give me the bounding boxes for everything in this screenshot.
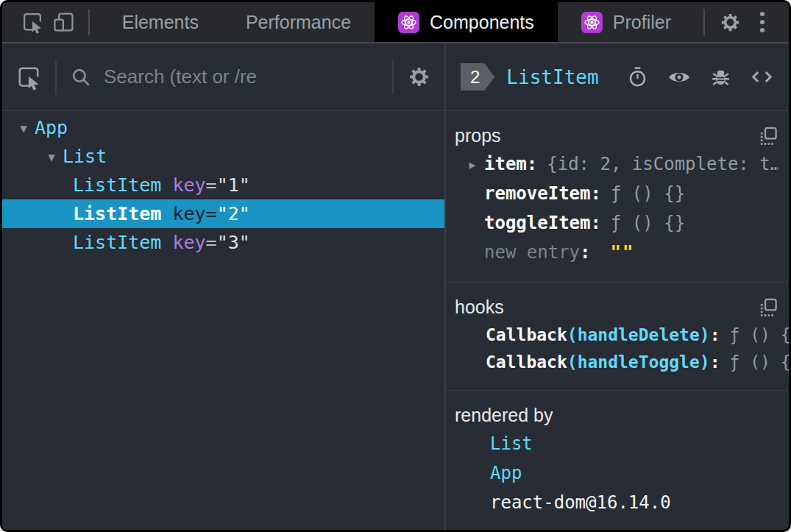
devtools-settings-button[interactable]: [714, 6, 746, 38]
view-source-button[interactable]: [750, 65, 774, 89]
toolbar-separator: [703, 9, 705, 35]
selected-index-badge: 2: [461, 63, 494, 91]
hook-type: Callback: [486, 325, 567, 344]
more-options-button[interactable]: [746, 12, 778, 32]
chevron-down-icon[interactable]: ▾: [40, 149, 63, 165]
toolbar-separator: [55, 60, 57, 94]
select-element-button[interactable]: [15, 64, 42, 91]
key-attr-value: "2": [217, 203, 250, 224]
view-source-icon: [750, 65, 774, 89]
tab-label: Elements: [122, 12, 199, 33]
devtools-tabbar: Elements Performance Components: [2, 2, 789, 43]
props-section: props: [446, 111, 789, 283]
key-attr-name: key: [172, 232, 205, 253]
equals-sign: =: [206, 232, 217, 253]
colon: :: [591, 183, 601, 204]
component-tree: ▾ App ▾ List ListItemkey="1" ListItemkey…: [2, 111, 444, 530]
inspect-element-button[interactable]: [17, 6, 48, 38]
hook-value: ƒ () {}: [730, 325, 789, 344]
prop-key: removeItem: [484, 183, 591, 204]
copy-props-button[interactable]: [759, 126, 778, 146]
tab-label: Profiler: [613, 12, 671, 33]
colon: :: [580, 242, 590, 263]
tab-label: Performance: [246, 12, 351, 33]
rendered-by-app-link[interactable]: App: [455, 458, 778, 488]
new-entry-label[interactable]: new entry: [484, 242, 580, 263]
panel-settings-button[interactable]: [407, 65, 431, 89]
prop-value: {id: 2, isComplete: t…: [547, 154, 778, 174]
device-toolbar-icon: [52, 10, 76, 34]
copy-icon: [759, 297, 778, 317]
prop-row-removeitem[interactable]: removeItem:ƒ () {}: [455, 179, 778, 208]
search-icon: [70, 66, 92, 88]
hook-value: ƒ () {}: [730, 352, 789, 372]
props-section-title: props: [455, 125, 501, 146]
eye-icon: [667, 65, 692, 90]
copy-icon: [759, 126, 778, 146]
inspect-dom-button[interactable]: [667, 65, 692, 90]
details-toolbar: 2 ListItem: [446, 43, 789, 111]
toolbar-separator: [392, 60, 394, 94]
component-details-pane: 2 ListItem: [446, 43, 789, 530]
prop-value: ƒ () {}: [611, 213, 685, 233]
copy-hooks-button[interactable]: [759, 297, 778, 317]
component-tree-pane: ▾ App ▾ List ListItemkey="1" ListItemkey…: [2, 43, 446, 530]
chevron-down-icon[interactable]: ▾: [13, 120, 35, 136]
rendered-by-list-link[interactable]: List: [455, 429, 778, 458]
rendered-by-section: rendered by List App react-dom@16.14.0: [446, 391, 789, 530]
prop-key: item: [484, 154, 527, 174]
hook-row-handletoggle[interactable]: Callback(handleToggle):ƒ () {}: [455, 348, 778, 375]
prop-key: toggleItem: [484, 213, 591, 233]
owner-link[interactable]: App: [490, 463, 522, 483]
component-name: List: [63, 146, 107, 167]
colon: :: [710, 325, 720, 344]
tab-performance[interactable]: Performance: [222, 2, 375, 42]
device-toolbar-button[interactable]: [48, 6, 79, 38]
tabbar-right-controls: [695, 6, 789, 38]
settings-gear-icon: [719, 11, 742, 34]
tree-row-listitem-3[interactable]: ListItemkey="3": [2, 228, 444, 257]
settings-gear-icon: [407, 65, 431, 89]
component-name: App: [35, 117, 68, 138]
hooks-section-title: hooks: [455, 297, 504, 318]
tab-label: Components: [430, 12, 534, 33]
new-entry-value[interactable]: "": [611, 242, 635, 263]
equals-sign: =: [206, 174, 217, 196]
key-attr-name: key: [172, 203, 205, 224]
colon: :: [710, 352, 720, 372]
colon: :: [591, 213, 601, 233]
chevron-right-icon[interactable]: ▸: [461, 157, 484, 172]
tree-row-app[interactable]: ▾ App: [2, 113, 444, 142]
details-toolbar-icons: [626, 65, 774, 90]
search-input[interactable]: [102, 65, 379, 89]
tab-elements[interactable]: Elements: [99, 2, 222, 42]
key-attr-value: "3": [217, 232, 250, 253]
tree-row-listitem-2-selected[interactable]: ListItemkey="2": [2, 199, 444, 228]
hook-name: (handleDelete): [567, 325, 710, 344]
toolbar-separator: [88, 9, 90, 35]
rendered-by-react-dom: react-dom@16.14.0: [455, 488, 778, 517]
rendered-by-title: rendered by: [455, 405, 553, 426]
owner-link[interactable]: List: [490, 433, 533, 454]
inspect-icon: [15, 64, 42, 91]
prop-row-item[interactable]: ▸item:{id: 2, isComplete: t…: [455, 149, 778, 179]
tree-row-list[interactable]: ▾ List: [2, 142, 444, 171]
component-name: ListItem: [73, 203, 161, 224]
prop-new-entry-row[interactable]: new entry:"": [455, 238, 778, 267]
hook-type: Callback: [486, 352, 567, 372]
devtools-window: Elements Performance Components: [0, 0, 791, 532]
tree-row-listitem-1[interactable]: ListItemkey="1": [2, 171, 444, 199]
prop-row-toggleitem[interactable]: toggleItem:ƒ () {}: [455, 208, 778, 238]
tree-toolbar: [2, 43, 444, 111]
tab-profiler[interactable]: Profiler: [558, 2, 695, 42]
hook-name: (handleToggle): [567, 352, 710, 372]
log-component-button[interactable]: [709, 65, 732, 88]
renderer-version: react-dom@16.14.0: [490, 492, 671, 513]
suspend-toggle-button[interactable]: [626, 65, 649, 88]
kebab-menu-icon: [760, 12, 765, 16]
react-logo-icon: [581, 12, 603, 33]
inspect-icon: [21, 10, 44, 34]
tab-components[interactable]: Components: [375, 2, 558, 42]
hook-row-handledelete[interactable]: Callback(handleDelete):ƒ () {}: [455, 321, 778, 348]
prop-value: ƒ () {}: [611, 183, 685, 204]
